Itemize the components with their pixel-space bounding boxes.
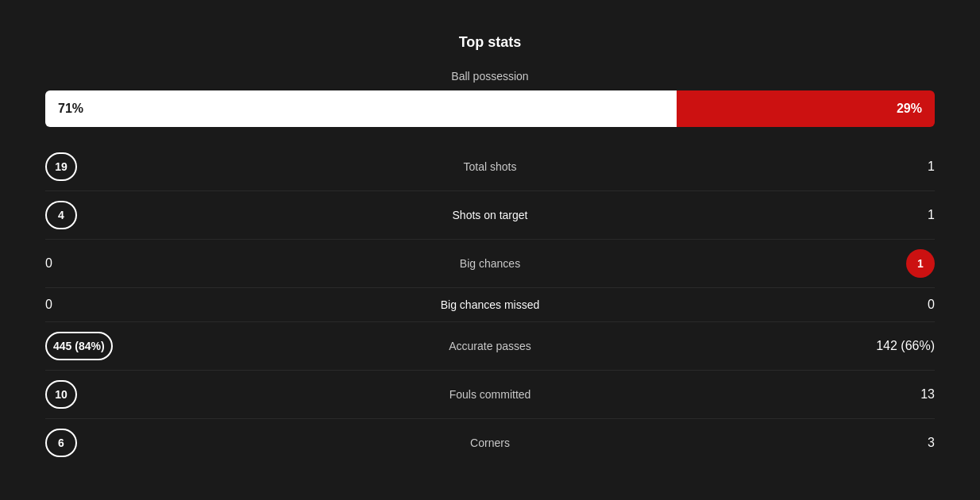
stat-label: Fouls committed (141, 388, 839, 401)
stat-row: 0 Big chances 1 (45, 240, 935, 288)
stat-left: 6 (45, 429, 141, 457)
left-badge: 6 (45, 429, 77, 457)
right-value: 1 (928, 208, 935, 222)
stat-label: Shots on target (141, 209, 839, 221)
possession-right: 29% (677, 90, 935, 127)
left-value: 0 (45, 298, 52, 312)
stat-label: Big chances (141, 257, 839, 270)
page-title: Top stats (45, 34, 935, 51)
stat-right: 3 (839, 436, 935, 450)
possession-bar: 71% 29% (45, 90, 935, 127)
possession-left: 71% (45, 90, 677, 127)
stat-right: 1 (839, 208, 935, 222)
stat-label: Total shots (141, 160, 839, 173)
stat-right: 0 (839, 298, 935, 312)
stat-right: 1 (839, 249, 935, 278)
stat-row: 4 Shots on target 1 (45, 191, 935, 240)
stat-row: 19 Total shots 1 (45, 143, 935, 191)
left-badge: 4 (45, 201, 77, 229)
stat-label: Accurate passes (141, 340, 839, 352)
stat-row: 6 Corners 3 (45, 419, 935, 467)
left-badge: 10 (45, 380, 77, 409)
stats-table: 19 Total shots 1 4 Shots on target 1 0 B… (45, 143, 935, 467)
stat-label: Corners (141, 437, 839, 449)
right-value: 142 (66%) (876, 339, 935, 353)
left-badge: 19 (45, 152, 77, 181)
possession-label: Ball possession (45, 70, 935, 83)
right-value: 3 (928, 436, 935, 450)
left-badge: 445 (84%) (45, 332, 113, 360)
right-value: 0 (928, 298, 935, 312)
stat-left: 10 (45, 380, 141, 409)
stat-left: 0 (45, 298, 141, 312)
stat-left: 0 (45, 256, 141, 271)
right-value: 13 (920, 387, 935, 402)
stat-row: 445 (84%) Accurate passes 142 (66%) (45, 322, 935, 371)
stat-left: 19 (45, 152, 141, 181)
left-value: 0 (45, 256, 52, 271)
stat-right: 13 (839, 387, 935, 402)
stat-right: 142 (66%) (839, 339, 935, 353)
right-value: 1 (928, 160, 935, 174)
stat-label: Big chances missed (141, 298, 839, 311)
stat-row: 10 Fouls committed 13 (45, 371, 935, 419)
stat-left: 4 (45, 201, 141, 229)
right-badge-red: 1 (906, 249, 935, 278)
stat-left: 445 (84%) (45, 332, 141, 360)
stats-container: Top stats Ball possession 71% 29% 19 Tot… (21, 18, 959, 483)
stat-row: 0 Big chances missed 0 (45, 288, 935, 322)
stat-right: 1 (839, 160, 935, 174)
